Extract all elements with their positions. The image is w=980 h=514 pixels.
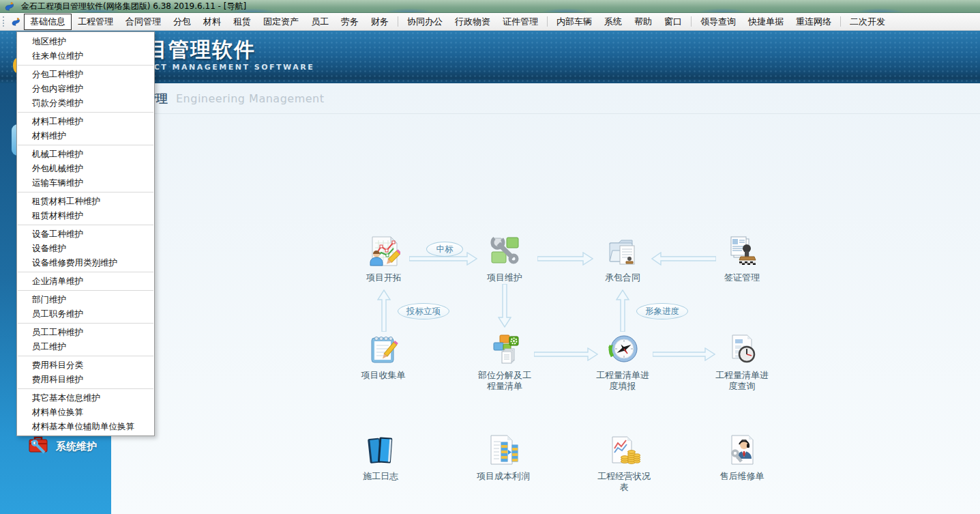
menu-item-lease[interactable]: 租赁 [227,14,257,30]
wrench-blocks-icon [488,235,521,270]
books-icon [364,433,397,469]
menu-item-collab-office[interactable]: 协同办公 [401,14,449,30]
dropdown-item-lease-material[interactable]: 租赁材料维护 [17,208,154,223]
flow-node-label: 签证管理 [724,272,760,283]
dropdown-item-region[interactable]: 地区维护 [17,34,154,48]
flow-node-construction-log[interactable]: 施工日志 [340,433,421,482]
menu-item-finance[interactable]: 财务 [365,14,395,30]
dropdown-separator [18,323,153,324]
menu-item-quick-docs[interactable]: 快捷单据 [742,14,790,30]
arrow-up-collection-to-project [377,289,391,332]
dropdown-item-material[interactable]: 材料维护 [17,128,154,143]
edge-label-win-bid: 中标 [426,242,463,257]
dropdown-item-employee[interactable]: 员工维护 [17,339,154,354]
menu-item-engineering[interactable]: 工程管理 [72,14,119,30]
menu-separator [691,16,692,27]
dropdown-item-material-trade[interactable]: 材料工种维护 [17,114,154,128]
basic-info-dropdown-menu: 地区维护 往来单位维护 分包工种维护 分包内容维护 罚款分类维护 材料工种维护 … [16,31,155,436]
dropdown-separator [18,112,153,113]
dropdown-separator [18,225,153,225]
dropdown-item-expense-subject[interactable]: 费用科目维护 [17,372,154,386]
arrow-left-visa-to-contract [651,252,716,266]
dropdown-item-outsourced-machinery[interactable]: 外包机械维护 [17,161,154,175]
dropdown-item-machinery-trade[interactable]: 机械工种维护 [17,147,154,161]
flow-node-project-collection-sheet[interactable]: 项目收集单 [342,332,424,381]
flow-node-label: 项目维护 [487,272,522,283]
flow-node-operation-status[interactable]: 工程经营状况表 [583,433,665,493]
arrow-right-report-to-query [653,347,715,361]
menu-item-secondary-dev[interactable]: 二次开发 [844,14,891,30]
menu-separator [398,16,398,27]
folder-contract-icon [606,235,639,270]
menu-item-subcontract[interactable]: 分包 [167,14,197,30]
document-columns-icon [487,433,520,469]
dropdown-item-transport-vehicle[interactable]: 运输车辆维护 [17,175,154,190]
dropdown-item-subcontract-content[interactable]: 分包内容维护 [17,81,154,96]
menu-item-contract[interactable]: 合同管理 [119,14,167,30]
flow-node-label: 部位分解及工程量清单 [477,370,533,392]
menu-item-window[interactable]: 窗口 [658,14,688,30]
notepad-pencil-icon [367,332,400,368]
flow-node-label: 项目开拓 [366,272,402,283]
dropdown-item-material-unit-conversion[interactable]: 材料单位换算 [17,405,154,419]
dropdown-item-counterpart-units[interactable]: 往来单位维护 [17,48,154,63]
dropdown-item-equipment-repair-cost-category[interactable]: 设备维修费用类别维护 [17,255,154,270]
dropdown-item-employee-position[interactable]: 员工职务维护 [17,306,154,321]
dropdown-separator [18,65,153,66]
dropdown-item-equipment-trade[interactable]: 设备工种维护 [17,227,154,241]
menu-item-material[interactable]: 材料 [197,14,227,30]
edge-label-text: 形象进度 [645,306,679,317]
blocks-gear-icon [488,332,521,368]
menu-item-employee[interactable]: 员工 [305,14,335,30]
dropdown-item-expense-subject-category[interactable]: 费用科目分类 [17,358,154,372]
edge-label-text: 中标 [436,244,454,255]
document-clock-icon [726,332,758,368]
arrow-down-maintenance-to-boq [498,284,511,328]
dropdown-item-penalty-category[interactable]: 罚款分类维护 [17,96,154,110]
dropdown-separator [18,388,153,389]
application-window: 金石工程项目管理软件(网络集团版) 6.38 2019.6.11 - [导航] … [0,0,980,514]
flow-node-progress-report[interactable]: 工程量清单进度填报 [582,332,664,392]
flow-node-label: 项目成本利润 [477,471,530,482]
menu-item-basic-info[interactable]: 基础信息 [24,14,72,30]
flow-node-progress-query[interactable]: 工程量清单进度查询 [701,332,783,392]
menu-item-help[interactable]: 帮助 [628,14,658,30]
menu-item-system[interactable]: 系统 [598,14,628,30]
menu-item-leader-query[interactable]: 领导查询 [694,14,742,30]
arrow-right-maintenance-to-contract [537,252,593,266]
dropdown-item-other-basic-info[interactable]: 其它基本信息维护 [17,390,154,405]
menu-bar: 基础信息 工程管理 合同管理 分包 材料 租赁 固定资产 员工 劳务 财务 协同… [0,13,980,31]
menu-item-admin-supplies[interactable]: 行政物资 [449,14,496,30]
arrow-right-boq-to-report [534,347,598,361]
flow-node-label: 售后维修单 [720,471,764,482]
arrow-up-report-to-contract [616,289,629,332]
dropdown-item-subcontract-trade[interactable]: 分包工种维护 [17,67,154,81]
flow-node-label: 施工日志 [363,471,398,482]
menu-item-labor[interactable]: 劳务 [335,14,365,30]
dropdown-separator [18,145,153,145]
menu-item-reconnect[interactable]: 重连网络 [790,14,837,30]
menu-logo-icon [11,17,20,27]
clock-refresh-icon [606,332,639,368]
project-chart-person-icon [368,235,400,270]
menu-item-certificate[interactable]: 证件管理 [496,14,544,30]
dropdown-item-lease-material-trade[interactable]: 租赁材料工种维护 [17,194,154,208]
dropdown-item-enterprise-boq[interactable]: 企业清单维护 [17,274,154,288]
dropdown-separator [18,290,153,291]
chart-coins-icon [608,433,640,469]
dropdown-item-equipment[interactable]: 设备维护 [17,241,154,255]
flow-node-label: 工程量清单进度填报 [595,370,651,392]
edge-label-text: 投标立项 [406,306,441,317]
flow-node-cost-profit[interactable]: 项目成本利润 [462,433,544,482]
dropdown-item-employee-trade[interactable]: 员工工种维护 [17,325,154,339]
flow-node-label: 工程经营状况表 [596,471,652,493]
flow-node-label: 承包合同 [605,272,640,283]
menu-item-fixed-assets[interactable]: 固定资产 [257,14,305,30]
flow-node-boq-breakdown[interactable]: 部位分解及工程量清单 [464,332,546,392]
menu-separator [840,16,841,27]
dropdown-item-department[interactable]: 部门维护 [17,292,154,306]
toolbar-grip[interactable] [3,16,7,27]
menu-item-internal-vehicle[interactable]: 内部车辆 [550,14,598,30]
flow-node-after-sale-repair[interactable]: 售后维修单 [701,433,783,482]
dropdown-item-material-basic-aux-unit-conversion[interactable]: 材料基本单位辅助单位换算 [17,419,154,433]
